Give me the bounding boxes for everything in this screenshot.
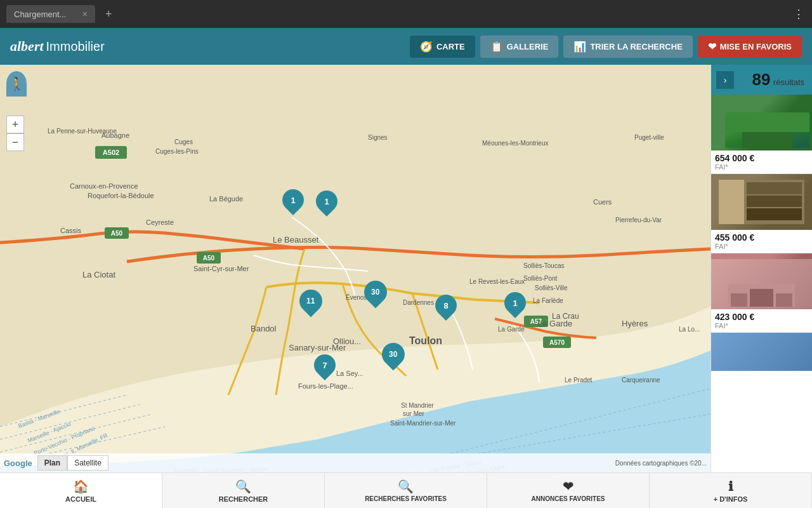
svg-text:La Ciotat: La Ciotat [82, 270, 115, 279]
new-tab-button[interactable]: + [100, 5, 117, 23]
compass-icon: 🧭 [420, 41, 433, 53]
google-logo: Google [4, 458, 32, 468]
svg-text:Saint-Mandrier-sur-Mer: Saint-Mandrier-sur-Mer [390, 420, 456, 427]
map-marker-0[interactable]: 1 [282, 189, 304, 211]
results-count: 89 [752, 70, 770, 89]
svg-text:Roquefort-la-Bédoule: Roquefort-la-Bédoule [88, 192, 154, 199]
heart-nav-icon: ❤ [563, 479, 573, 494]
svg-text:A50: A50 [111, 230, 123, 237]
property-label-2: FAI* [715, 322, 808, 330]
svg-text:La Garde: La Garde [498, 326, 525, 333]
property-price-1: 455 000 € [715, 232, 808, 243]
info-icon: ℹ [728, 479, 733, 494]
nav-annonces-favorites[interactable]: ❤ ANNONCES FAVORITES [487, 473, 650, 508]
nav-accueil[interactable]: 🏠 ACCUEIL [0, 473, 162, 508]
svg-text:Pierrefeu-du-Var: Pierrefeu-du-Var [615, 217, 662, 224]
results-expand-button[interactable]: › [716, 71, 734, 89]
map-marker-5[interactable]: 1 [504, 292, 526, 314]
svg-text:Toulon: Toulon [409, 335, 442, 346]
pegman-area[interactable]: 🚶 [6, 71, 27, 97]
svg-text:Méounes-les-Montrieux: Méounes-les-Montrieux [482, 140, 549, 147]
browser-menu-button[interactable]: ⋮ [793, 7, 806, 21]
property-image-3 [711, 333, 812, 371]
map-marker-6[interactable]: 7 [314, 354, 336, 376]
svg-text:Ceyreste: Ceyreste [146, 218, 174, 226]
svg-text:La Crau: La Crau [552, 312, 579, 321]
plan-button[interactable]: Plan [37, 455, 67, 471]
svg-text:A502: A502 [103, 149, 119, 156]
map-area[interactable]: A502 A50 A50 A57 A570 Aubagne La Penne-s… [0, 65, 710, 472]
map-marker-2[interactable]: 11 [299, 290, 322, 312]
zoom-controls: + − [6, 116, 24, 151]
search-favorites-icon: 🔍 [398, 479, 414, 494]
app-logo: albert Immobilier [10, 38, 105, 55]
svg-text:Saint-Cyr-sur-Mer: Saint-Cyr-sur-Mer [193, 265, 249, 272]
trier-button[interactable]: 📊 TRIER LA RECHERCHE [563, 36, 692, 58]
tab-title: Chargement... [14, 10, 66, 19]
svg-text:Bandol: Bandol [251, 324, 277, 333]
svg-text:Le Pradet: Le Pradet [565, 377, 593, 384]
nav-recherches-label: RECHERCHES FAVORITES [365, 495, 447, 502]
property-price-0: 654 000 € [715, 153, 808, 163]
nav-recherches-favorites[interactable]: 🔍 RECHERCHES FAVORITES [325, 473, 487, 508]
svg-text:Puget-ville: Puget-ville [634, 134, 664, 141]
property-image-2 [711, 253, 812, 309]
satellite-button[interactable]: Satellite [67, 455, 108, 471]
gallerie-button[interactable]: 📋 GALLERIE [480, 36, 559, 58]
svg-text:St Mandrier: St Mandrier [401, 402, 434, 409]
results-list: 654 000 € FAI* 45 [711, 95, 812, 472]
heart-icon: ❤ [708, 41, 716, 53]
property-info-0: 654 000 € FAI* [711, 150, 812, 173]
property-card-2[interactable]: 423 000 € FAI* [711, 253, 812, 333]
map-marker-3[interactable]: 30 [364, 281, 387, 304]
map-marker-4[interactable]: 8 [435, 295, 457, 316]
zoom-in-button[interactable]: + [6, 116, 24, 133]
app-header: albert Immobilier 🧭 CARTE 📋 GALLERIE 📊 T… [0, 28, 812, 65]
svg-text:Cuges-les-Pins: Cuges-les-Pins [155, 148, 199, 155]
carte-button[interactable]: 🧭 CARTE [410, 36, 475, 58]
favoris-button[interactable]: ❤ MISE EN FAVORIS [698, 36, 802, 58]
svg-text:A50: A50 [203, 255, 215, 262]
svg-text:Cassis: Cassis [60, 227, 82, 234]
map-credit: Données cartographiques ©20... [615, 460, 707, 467]
map-marker-1[interactable]: 1 [316, 190, 337, 212]
map-background: A502 A50 A50 A57 A570 Aubagne La Penne-s… [0, 65, 710, 472]
property-image-0 [711, 95, 812, 150]
property-card-0[interactable]: 654 000 € FAI* [711, 95, 812, 174]
property-card-1[interactable]: 455 000 € FAI* [711, 174, 812, 253]
nav-accueil-label: ACCUEIL [65, 495, 96, 503]
svg-text:La Farlède: La Farlède [533, 297, 563, 304]
gallery-icon: 📋 [490, 41, 503, 53]
svg-text:Fours-les-Plage...: Fours-les-Plage... [298, 382, 353, 390]
zoom-out-button[interactable]: − [6, 133, 24, 151]
svg-text:Solliès-Pont: Solliès-Pont [523, 275, 558, 282]
svg-text:Hyères: Hyères [622, 319, 648, 328]
logo-albert: albert [10, 38, 44, 55]
property-card-3[interactable] [711, 333, 812, 371]
nav-rechercher-label: RECHERCHER [219, 495, 268, 503]
property-price-2: 423 000 € [715, 312, 808, 322]
results-header: › 89 résultats [711, 65, 812, 95]
property-label-1: FAI* [715, 243, 808, 250]
browser-tab[interactable]: Chargement... × [6, 5, 95, 23]
results-label: résultats [773, 77, 804, 87]
nav-plus-infos[interactable]: ℹ + D'INFOS [650, 473, 812, 508]
svg-text:La Bégude: La Bégude [209, 195, 243, 203]
nav-annonces-label: ANNONCES FAVORITES [532, 495, 605, 502]
tab-close-button[interactable]: × [82, 9, 88, 19]
header-navigation: 🧭 CARTE 📋 GALLERIE 📊 TRIER LA RECHERCHE … [410, 36, 802, 58]
svg-text:Le Revest-les-Eaux: Le Revest-les-Eaux [469, 278, 525, 285]
svg-text:La Lo...: La Lo... [679, 326, 700, 333]
pegman-icon[interactable]: 🚶 [6, 71, 27, 97]
map-bottom-bar: Google Plan Satellite Données cartograph… [0, 453, 710, 472]
map-marker-7[interactable]: 30 [382, 343, 405, 366]
property-image-1 [711, 174, 812, 230]
home-icon: 🏠 [73, 479, 89, 494]
browser-bar: Chargement... × + ⋮ [0, 0, 812, 28]
nav-rechercher[interactable]: 🔍 RECHERCHER [162, 473, 325, 508]
bottom-navigation: 🏠 ACCUEIL 🔍 RECHERCHER 🔍 RECHERCHES FAVO… [0, 472, 812, 508]
property-info-2: 423 000 € FAI* [711, 309, 812, 332]
svg-text:Olliou...: Olliou... [333, 337, 361, 346]
svg-text:Carqueiranne: Carqueiranne [622, 377, 660, 384]
svg-text:A570: A570 [549, 339, 565, 346]
